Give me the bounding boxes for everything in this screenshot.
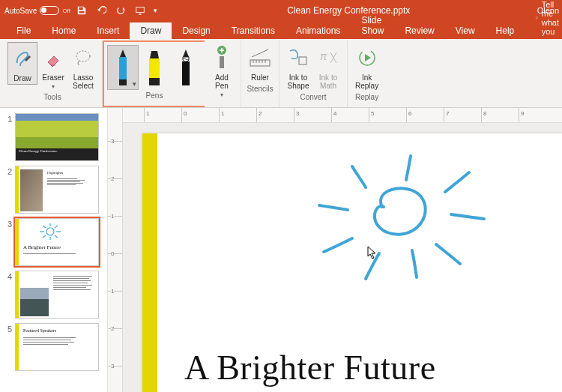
group-replay: Ink Replay Replay xyxy=(348,40,386,107)
lasso-select-button[interactable]: Lasso Select xyxy=(69,42,97,91)
svg-rect-7 xyxy=(119,79,127,85)
eraser-icon xyxy=(42,43,64,72)
tab-help[interactable]: Help xyxy=(486,22,525,39)
svg-rect-8 xyxy=(149,58,160,78)
title-bar: AutoSave Off ▾ Clean Energy Conference.p… xyxy=(0,0,562,21)
tab-slideshow[interactable]: Slide Show xyxy=(351,12,394,39)
slide-canvas[interactable]: A Brighter Future xyxy=(142,133,562,392)
svg-rect-0 xyxy=(79,7,82,10)
slide-editor: 3 2 1 0 1 2 3 1 0 1 2 3 4 5 6 7 8 9 xyxy=(108,108,562,392)
eraser-label: Eraser xyxy=(42,73,64,82)
svg-rect-3 xyxy=(136,7,145,13)
tell-me-search[interactable]: Tell me what you xyxy=(531,0,562,39)
slide-preview xyxy=(15,271,99,319)
slide-thumbnail[interactable]: 4 xyxy=(0,268,107,321)
ruler-icon xyxy=(249,43,271,72)
slide-thumbnail[interactable]: 2 Highlights xyxy=(0,163,107,216)
svg-point-2 xyxy=(118,7,124,14)
svg-rect-11 xyxy=(182,79,190,85)
quick-access-toolbar: AutoSave Off ▾ xyxy=(0,2,160,19)
group-convert-label: Convert xyxy=(300,91,326,103)
slide-thumbnail[interactable]: 3 A Brighter Future xyxy=(0,216,107,268)
slide-thumbnail[interactable]: 1 Clean Energy Conference xyxy=(0,111,107,163)
group-add-pen: Add Pen ▾ xyxy=(205,40,241,107)
slide-preview: A Brighter Future xyxy=(15,218,99,266)
ink-replay-icon xyxy=(356,43,378,72)
tab-review[interactable]: Review xyxy=(394,22,444,39)
svg-rect-9 xyxy=(149,78,160,85)
group-tools-label: Tools xyxy=(43,91,61,103)
ink-to-shape-button[interactable]: Ink to Shape xyxy=(284,42,312,91)
autosave-label: AutoSave xyxy=(4,7,37,15)
undo-button[interactable] xyxy=(93,2,109,19)
svg-point-4 xyxy=(536,16,537,18)
ribbon-tabs: File Home Insert Draw Design Transitions… xyxy=(0,21,562,39)
slide-preview: Highlights xyxy=(15,166,99,214)
svg-line-25 xyxy=(43,235,46,238)
ink-to-math-label: Ink to Math xyxy=(319,73,337,90)
draw-label: Draw xyxy=(13,74,31,82)
add-pen-icon xyxy=(211,43,233,72)
qat-customize-button[interactable]: ▾ xyxy=(151,2,160,19)
save-button[interactable] xyxy=(73,2,90,19)
tab-design[interactable]: Design xyxy=(172,22,220,39)
redo-button[interactable] xyxy=(112,2,129,19)
autosave-toggle[interactable]: AutoSave Off xyxy=(4,6,70,15)
pen-blue[interactable]: ▾ xyxy=(107,45,139,90)
ink-to-shape-label: Ink to Shape xyxy=(288,73,309,90)
slide-accent-bar xyxy=(142,133,157,392)
svg-point-5 xyxy=(76,51,90,61)
tab-transitions[interactable]: Transitions xyxy=(221,22,285,39)
ruler-button[interactable]: Ruler xyxy=(246,42,274,83)
group-tools: Draw Eraser ▾ Lasso Select Tools xyxy=(3,40,103,107)
tab-file[interactable]: File xyxy=(6,22,41,39)
ink-to-math-icon: π xyxy=(317,43,339,72)
ink-to-shape-icon xyxy=(287,43,309,72)
slide-number: 1 xyxy=(4,113,12,124)
slide-stage[interactable]: A Brighter Future xyxy=(123,123,562,392)
tell-me-label: Tell me what you xyxy=(542,0,562,36)
add-pen-button[interactable]: Add Pen ▾ xyxy=(208,42,236,100)
ruler-label: Ruler xyxy=(251,73,269,82)
group-pens-label: Pens xyxy=(146,90,163,101)
svg-rect-15 xyxy=(299,57,306,64)
lightbulb-icon xyxy=(535,13,539,22)
vertical-ruler: 3 2 1 0 1 2 3 xyxy=(108,108,123,392)
slide-thumbnail[interactable]: 5 Featured Speakers xyxy=(0,321,107,373)
group-stencils: Ruler Stencils xyxy=(241,40,280,107)
draw-button[interactable]: Draw xyxy=(7,42,37,85)
ink-drawing-sun xyxy=(277,147,517,297)
ink-replay-button[interactable]: Ink Replay xyxy=(352,42,381,91)
document-title: Clean Energy Conference.pptx xyxy=(160,5,537,16)
save-icon xyxy=(76,5,87,16)
group-stencils-label: Stencils xyxy=(247,83,273,94)
draw-icon xyxy=(11,44,34,73)
pen-black[interactable] xyxy=(170,45,202,90)
tab-home[interactable]: Home xyxy=(41,22,86,39)
ribbon: Draw Eraser ▾ Lasso Select Tools xyxy=(0,39,562,108)
slide-number: 4 xyxy=(4,271,12,281)
horizontal-ruler: 1 0 1 2 3 4 5 6 7 8 9 xyxy=(123,108,562,123)
undo-icon xyxy=(96,5,106,16)
start-from-beginning-button[interactable] xyxy=(132,2,148,19)
slide-thumbnails-panel[interactable]: 1 Clean Energy Conference 2 Highlights 3… xyxy=(0,108,108,392)
ink-to-math-button[interactable]: π Ink to Math xyxy=(314,42,342,91)
tab-insert[interactable]: Insert xyxy=(86,22,130,39)
highlighter-icon xyxy=(145,48,163,87)
mouse-cursor-icon xyxy=(367,246,378,259)
redo-icon xyxy=(115,5,126,16)
tab-view[interactable]: View xyxy=(445,22,486,39)
dropdown-caret-icon: ▾ xyxy=(52,83,55,90)
highlighter-yellow[interactable] xyxy=(139,45,170,90)
group-convert: Ink to Shape π Ink to Math Convert xyxy=(280,40,348,107)
svg-rect-10 xyxy=(182,61,190,79)
slide-preview: Clean Energy Conference xyxy=(15,113,99,161)
eraser-button[interactable]: Eraser ▾ xyxy=(39,42,67,91)
slide-title-text[interactable]: A Brighter Future xyxy=(184,348,436,388)
dropdown-caret-icon: ▾ xyxy=(133,80,136,88)
workspace: 1 Clean Energy Conference 2 Highlights 3… xyxy=(0,108,562,392)
presentation-icon xyxy=(135,5,145,16)
tab-animations[interactable]: Animations xyxy=(285,22,351,39)
dropdown-caret-icon: ▾ xyxy=(220,91,223,98)
tab-draw[interactable]: Draw xyxy=(130,22,172,39)
